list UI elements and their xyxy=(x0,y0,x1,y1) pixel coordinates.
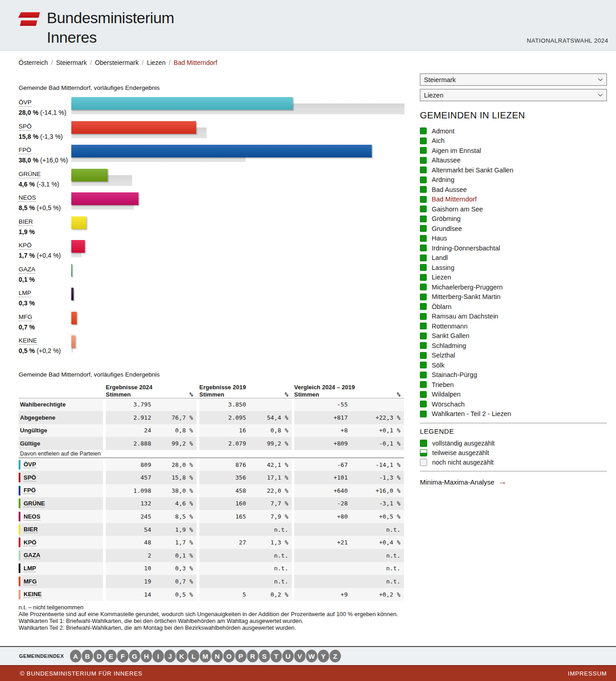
index-letter[interactable]: D xyxy=(94,650,105,662)
party-link[interactable]: LMP xyxy=(24,565,36,572)
municipality-item[interactable]: Wörschach xyxy=(420,399,607,409)
party-link[interactable]: KPÖ xyxy=(19,242,32,250)
index-letter[interactable]: N xyxy=(212,650,223,662)
index-letter[interactable]: Z xyxy=(330,650,341,662)
party-link[interactable]: ÖVP xyxy=(24,461,36,468)
municipality-item[interactable]: Öblarn xyxy=(420,302,607,312)
index-letter[interactable]: U xyxy=(282,650,294,662)
table-cell: +16,0 % xyxy=(348,484,404,497)
municipality-item[interactable]: Liezen xyxy=(420,273,607,283)
municipality-item[interactable]: Wildalpen xyxy=(420,390,607,400)
party-link[interactable]: SPÖ xyxy=(19,123,32,131)
party-link[interactable]: NEOS xyxy=(24,513,40,520)
district-select[interactable]: Liezen xyxy=(420,89,607,101)
municipality-item[interactable]: Admont xyxy=(420,126,607,136)
municipality-item[interactable]: Wahlkarten - Teil 2 - Liezen xyxy=(420,409,607,419)
index-letter[interactable]: A xyxy=(70,650,81,662)
index-letter[interactable]: B xyxy=(82,650,93,662)
municipality-item[interactable]: Aich xyxy=(420,136,607,146)
party-link[interactable]: ÖVP xyxy=(19,99,32,107)
municipality-item[interactable]: Gaishorn am See xyxy=(420,204,607,214)
party-link[interactable]: MFG xyxy=(19,314,32,321)
index-letter[interactable]: H xyxy=(141,650,152,662)
municipality-item[interactable]: Mitterberg-Sankt Martin xyxy=(420,292,607,302)
party-link[interactable]: GRÜNE xyxy=(24,500,45,507)
party-result-text: 0,3 % xyxy=(19,299,71,307)
results-chart: ÖVP28,0 % (-14,1 %)SPÖ15,8 % (-1,3 %)FPÖ… xyxy=(19,97,404,359)
status-full-icon xyxy=(420,176,427,183)
municipality-item[interactable]: Aigen im Ennstal xyxy=(420,146,607,156)
index-letter[interactable]: O xyxy=(223,650,235,662)
municipality-item[interactable]: Ardning xyxy=(420,175,607,185)
index-letter[interactable]: T xyxy=(271,650,282,662)
municipality-item[interactable]: Bad Mitterndorf xyxy=(420,195,607,205)
breadcrumb-separator: / xyxy=(169,59,171,66)
index-letter[interactable]: M xyxy=(200,650,211,662)
party-link[interactable]: BIER xyxy=(19,218,33,226)
index-letter[interactable]: S xyxy=(259,650,270,662)
index-letter[interactable]: K xyxy=(176,650,187,662)
municipality-item[interactable]: Selzthal xyxy=(420,351,607,361)
table-cell: 0,8 % xyxy=(151,424,197,437)
municipality-item[interactable]: Rottenmann xyxy=(420,321,607,331)
municipality-item[interactable]: Michaelerberg-Pruggern xyxy=(420,282,607,292)
index-letter[interactable]: Y xyxy=(318,650,329,662)
municipality-item[interactable]: Sankt Gallen xyxy=(420,331,607,341)
municipality-item[interactable]: Haus xyxy=(420,234,607,244)
municipality-item[interactable]: Trieben xyxy=(420,380,607,390)
breadcrumb-link[interactable]: Österreich xyxy=(19,59,48,66)
index-letter[interactable]: P xyxy=(235,650,246,662)
municipality-item[interactable]: Landl xyxy=(420,253,607,263)
party-link[interactable]: SPÖ xyxy=(24,474,36,481)
municipality-name: Öblarn xyxy=(432,303,452,310)
breadcrumb-link[interactable]: Steiermark xyxy=(56,59,87,66)
table-sub-header: Stimmen%Stimmen%Stimmen% xyxy=(19,391,404,398)
index-letter[interactable]: G xyxy=(129,650,140,662)
municipality-item[interactable]: Altenmarkt bei Sankt Gallen xyxy=(420,165,607,175)
party-link[interactable]: FPÖ xyxy=(24,487,36,494)
municipality-item[interactable]: Bad Aussee xyxy=(420,185,607,195)
party-link[interactable]: NEOS xyxy=(19,194,36,202)
municipality-item[interactable]: Gröbming xyxy=(420,214,607,224)
index-letter[interactable]: W xyxy=(306,650,317,662)
municipality-item[interactable]: Grundlsee xyxy=(420,224,607,234)
party-link[interactable]: MFG xyxy=(24,578,37,585)
minima-maxima-link[interactable]: Minima-Maxima-Analyse→ xyxy=(420,477,607,487)
table-section-row: Davon entfielen auf die Parteien xyxy=(19,450,404,458)
party-link[interactable]: GRÜNE xyxy=(19,171,41,178)
table-cell: +9 xyxy=(294,588,348,601)
party-link[interactable]: BIER xyxy=(24,526,38,533)
votes-header: Stimmen xyxy=(199,391,246,399)
index-letter[interactable]: J xyxy=(164,650,176,662)
index-letter[interactable]: R xyxy=(247,650,258,662)
municipality-item[interactable]: Stainach-Pürgg xyxy=(420,370,607,380)
ministry-title: Bundesministerium Inneres xyxy=(47,8,174,47)
sidebar-heading: GEMEINDEN IN LIEZEN xyxy=(420,110,607,121)
impressum-link[interactable]: IMPRESSUM xyxy=(568,670,607,677)
index-letter[interactable]: I xyxy=(153,650,164,662)
table-cell: n.t. xyxy=(348,562,404,575)
party-link[interactable]: KEINE xyxy=(19,337,37,345)
municipality-item[interactable]: Altaussee xyxy=(420,156,607,166)
municipality-item[interactable]: Sölk xyxy=(420,360,607,370)
municipality-item[interactable]: Lassing xyxy=(420,263,607,273)
municipality-item[interactable]: Irdning-Donnersbachtal xyxy=(420,243,607,253)
breadcrumb-link[interactable]: Liezen xyxy=(147,59,165,66)
party-link[interactable]: LMP xyxy=(19,289,31,297)
party-link[interactable]: FPÖ xyxy=(19,147,31,154)
party-link[interactable]: KEINE xyxy=(24,591,42,598)
municipality-item[interactable]: Ramsau am Dachstein xyxy=(420,312,607,322)
index-letter[interactable]: L xyxy=(188,650,199,662)
party-link[interactable]: GAZA xyxy=(24,552,40,559)
state-select[interactable]: Steiermark xyxy=(420,73,607,86)
party-link[interactable]: GAZA xyxy=(19,266,35,274)
index-letter[interactable]: E xyxy=(105,650,117,662)
party-link[interactable]: KPÖ xyxy=(24,539,36,546)
index-letter[interactable]: V xyxy=(294,650,306,662)
municipality-item[interactable]: Schladming xyxy=(420,341,607,351)
status-full-icon xyxy=(420,264,427,271)
row-label: Gültige xyxy=(19,437,103,450)
breadcrumb-link[interactable]: Obersteiermark xyxy=(95,59,138,66)
party-result-text: 1,9 % xyxy=(19,228,71,235)
index-letter[interactable]: F xyxy=(117,650,128,662)
